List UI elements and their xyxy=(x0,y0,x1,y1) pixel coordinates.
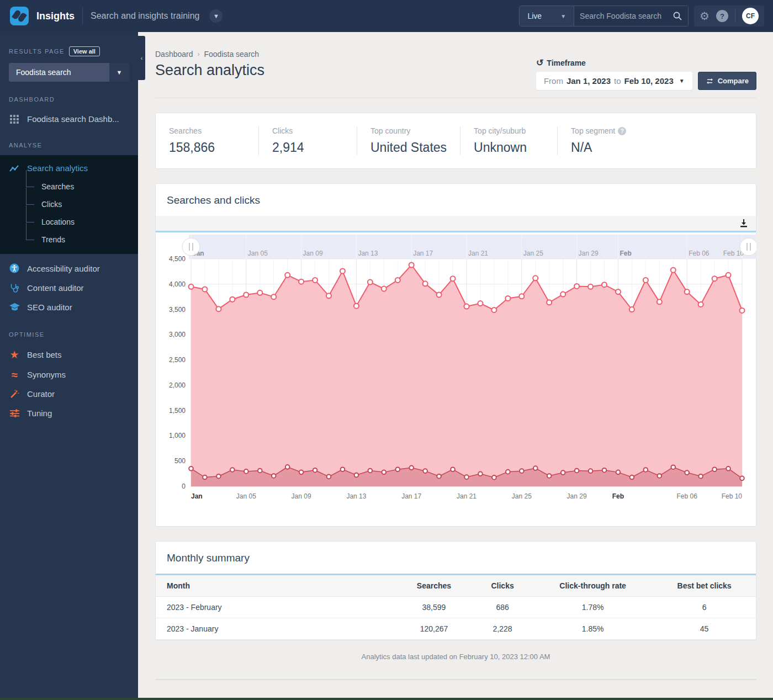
svg-text:500: 500 xyxy=(174,457,186,465)
help-tooltip-icon[interactable]: ? xyxy=(618,127,626,135)
svg-text:4,000: 4,000 xyxy=(169,280,186,288)
results-page-select[interactable]: Foodista search ▼ xyxy=(9,63,129,82)
table-header-row: Month Searches Clicks Click-through rate… xyxy=(156,575,756,597)
synonyms-icon: ≈ xyxy=(9,370,20,379)
sidebar-item-label: Synonyms xyxy=(27,370,66,379)
accessibility-icon xyxy=(9,263,20,273)
cell-clicks: 2,228 xyxy=(472,618,533,640)
graduation-cap-icon xyxy=(9,303,20,311)
timeframe-caret-icon: ▼ xyxy=(679,78,685,84)
environment-select[interactable]: Live ▼ xyxy=(520,6,574,26)
range-handle-right[interactable] xyxy=(740,238,756,256)
svg-text:4,500: 4,500 xyxy=(169,255,186,263)
stats-card: Searches 158,866 Clicks 2,914 Top countr… xyxy=(155,113,756,169)
breadcrumb-separator: › xyxy=(198,50,200,58)
svg-text:Feb 06: Feb 06 xyxy=(689,250,710,257)
search-input[interactable] xyxy=(580,12,673,20)
stat-top-city: Top city/suburb Unknown xyxy=(460,126,557,155)
range-handle-left[interactable] xyxy=(182,238,200,256)
sidebar-item-label: Best bets xyxy=(27,350,62,359)
sidebar-item-label: Content auditor xyxy=(27,283,84,293)
app-name: Insights xyxy=(36,10,75,22)
stat-label: Searches xyxy=(169,126,245,135)
stat-label: Top country xyxy=(370,126,447,135)
svg-text:2,000: 2,000 xyxy=(169,381,186,389)
timeframe-block: ↺ Timeframe From Jan 1, 2023 to Feb 10, … xyxy=(536,57,756,90)
history-icon: ↺ xyxy=(536,57,543,68)
stat-searches: Searches 158,866 xyxy=(156,126,258,155)
environment-value: Live xyxy=(527,12,542,20)
to-label: to xyxy=(614,76,621,86)
to-date: Feb 10, 2023 xyxy=(624,76,674,86)
svg-text:3,500: 3,500 xyxy=(169,306,186,314)
svg-text:Feb: Feb xyxy=(612,492,624,500)
results-page-chevron-down-icon: ▼ xyxy=(109,63,129,82)
sidebar-item-search-analytics[interactable]: Search analytics xyxy=(0,158,138,178)
svg-text:Feb: Feb xyxy=(620,250,631,257)
sidebar-item-best-bets[interactable]: ★ Best bets xyxy=(0,344,138,365)
sidebar-item-label: SEO auditor xyxy=(27,303,72,312)
sidebar-collapse-button[interactable]: ‹ xyxy=(138,36,145,80)
col-searches: Searches xyxy=(396,575,472,597)
svg-text:0: 0 xyxy=(182,482,186,490)
star-icon: ★ xyxy=(9,349,20,360)
sidebar-item-label: Accessibility auditor xyxy=(27,264,100,273)
main-content: Dashboard › Foodista search Search analy… xyxy=(138,32,773,698)
topbar-divider xyxy=(82,8,83,24)
last-updated-note: Analytics data last updated on February … xyxy=(155,653,756,661)
table-row: 2023 - January 120,267 2,228 1.85% 45 xyxy=(156,618,756,640)
sidebar-item-locations[interactable]: Locations xyxy=(26,213,138,231)
from-date: Jan 1, 2023 xyxy=(566,76,611,86)
timeframe-picker[interactable]: From Jan 1, 2023 to Feb 10, 2023 ▼ xyxy=(536,72,692,90)
sidebar-item-clicks[interactable]: Clicks xyxy=(26,195,138,213)
sidebar-item-tuning[interactable]: Tuning xyxy=(0,404,138,423)
sidebar: RESULTS PAGE View all Foodista search ▼ … xyxy=(0,32,138,698)
sidebar-item-synonyms[interactable]: ≈ Synonyms xyxy=(0,365,138,384)
workspace-chevron-down-icon[interactable]: ▼ xyxy=(209,9,223,23)
breadcrumb-dashboard[interactable]: Dashboard xyxy=(155,50,193,59)
svg-text:Jan 05: Jan 05 xyxy=(248,250,268,257)
svg-text:1,000: 1,000 xyxy=(169,432,186,439)
svg-text:1,500: 1,500 xyxy=(169,407,186,415)
svg-text:Jan 13: Jan 13 xyxy=(358,250,378,257)
cell-best-bet-clicks: 6 xyxy=(653,597,756,618)
sidebar-item-curator[interactable]: Curator xyxy=(0,384,138,404)
sidebar-item-dashboard[interactable]: Foodista search Dashb... xyxy=(0,109,138,129)
svg-text:Jan 21: Jan 21 xyxy=(468,250,488,257)
svg-text:Jan 17: Jan 17 xyxy=(413,250,433,257)
svg-text:Jan: Jan xyxy=(191,492,203,500)
chart-title: Searches and clicks xyxy=(156,184,756,216)
breadcrumb-current[interactable]: Foodista search xyxy=(204,50,260,59)
workspace-name[interactable]: Search and insights training xyxy=(91,11,199,21)
cell-ctr: 1.85% xyxy=(533,618,653,640)
sidebar-item-trends[interactable]: Trends xyxy=(26,231,138,248)
stat-clicks: Clicks 2,914 xyxy=(258,126,357,155)
stat-value: 2,914 xyxy=(272,140,343,155)
sidebar-item-accessibility-auditor[interactable]: Accessibility auditor xyxy=(0,258,138,278)
svg-text:Feb 10: Feb 10 xyxy=(722,492,743,500)
svg-text:2,500: 2,500 xyxy=(169,356,186,364)
download-icon[interactable] xyxy=(739,219,748,227)
search-icon[interactable] xyxy=(673,11,682,21)
bottom-strip xyxy=(0,698,773,700)
chart-line-icon xyxy=(9,165,20,172)
monthly-summary-card: Monthly summary Month Searches Clicks Cl… xyxy=(155,541,756,640)
compare-icon xyxy=(706,78,714,84)
cell-month: 2023 - January xyxy=(156,618,396,640)
sidebar-item-content-auditor[interactable]: Content auditor xyxy=(0,278,138,298)
sidebar-item-seo-auditor[interactable]: SEO auditor xyxy=(0,298,138,317)
results-page-label: RESULTS PAGE xyxy=(9,48,65,55)
help-icon[interactable]: ? xyxy=(716,10,728,22)
analyse-heading: ANALYSE xyxy=(9,142,129,149)
searches-clicks-chart[interactable]: 05001,0001,5002,0002,5003,0003,5004,0004… xyxy=(156,235,756,512)
sidebar-item-searches[interactable]: Searches xyxy=(26,178,138,195)
stat-top-country: Top country United States xyxy=(357,126,460,155)
funnelback-logo-icon xyxy=(10,7,29,25)
dashboard-heading: DASHBOARD xyxy=(9,96,129,103)
settings-gear-icon[interactable]: ⚙ xyxy=(700,10,710,22)
col-month: Month xyxy=(156,575,396,597)
view-all-button[interactable]: View all xyxy=(69,46,100,56)
compare-button[interactable]: Compare xyxy=(698,72,756,90)
sidebar-item-label: Curator xyxy=(27,389,55,399)
user-avatar[interactable]: CF xyxy=(742,8,759,24)
